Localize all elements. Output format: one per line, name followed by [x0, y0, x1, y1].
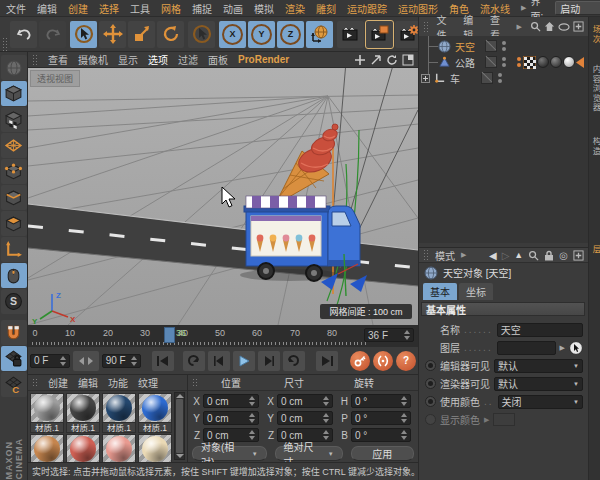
range-nudge-buttons[interactable] — [73, 351, 99, 371]
add-icon[interactable] — [573, 250, 584, 261]
scroll-up-icon[interactable] — [176, 394, 184, 398]
layer-swatch[interactable] — [485, 56, 497, 68]
coordinate-system-button[interactable] — [306, 21, 333, 48]
spinner-icon[interactable] — [130, 356, 137, 366]
tab-coordinates[interactable]: 坐标 — [459, 283, 493, 300]
model-mode-button[interactable] — [1, 81, 27, 106]
menu-edit[interactable]: 编辑 — [37, 1, 57, 16]
magnet-snap-button[interactable] — [1, 320, 27, 345]
previous-frame-button[interactable] — [208, 351, 230, 371]
basic-properties-section[interactable]: 基本属性 — [421, 302, 585, 316]
material-item[interactable]: 材质.1 — [66, 393, 102, 433]
expand-icon[interactable] — [421, 74, 430, 83]
history-back-icon[interactable]: ◀ — [489, 250, 497, 261]
layer-popup-icon[interactable]: ▶ — [560, 344, 565, 352]
visibility-dots[interactable] — [498, 73, 502, 83]
range-start-field[interactable]: 0 F — [30, 354, 70, 368]
material-item[interactable]: 材质.1 — [66, 434, 102, 462]
material-item[interactable]: 材质.1 — [30, 393, 66, 433]
side-tab-takes[interactable]: 场次 — [590, 25, 600, 44]
spinner-icon[interactable] — [403, 330, 410, 340]
redo-button[interactable] — [39, 21, 66, 48]
viewport-name-label[interactable]: 透视视图 — [30, 70, 80, 87]
object-tags[interactable] — [516, 56, 585, 69]
apply-button[interactable]: 应用 — [351, 446, 414, 461]
object-row-road[interactable]: 公路 — [419, 54, 588, 70]
next-frame-button[interactable] — [258, 351, 280, 371]
render-to-picture-viewer-button[interactable] — [366, 21, 393, 48]
eye-icon[interactable] — [558, 22, 570, 32]
use-color-dropdown[interactable]: 关闭▼ — [498, 395, 583, 409]
phong-tag-icon[interactable] — [576, 57, 585, 68]
workplane-c-button[interactable]: C — [1, 372, 27, 397]
position-x-field[interactable]: 0 cm — [203, 394, 259, 408]
undo-button[interactable] — [10, 21, 37, 48]
lock-z-axis-button[interactable]: Z — [277, 21, 304, 48]
polygons-mode-button[interactable] — [1, 211, 27, 236]
timeline-playhead[interactable] — [164, 327, 175, 343]
visibility-dots[interactable] — [502, 57, 506, 67]
add-icon[interactable] — [573, 21, 584, 32]
search-icon[interactable] — [528, 250, 539, 261]
visibility-dots[interactable] — [502, 41, 506, 51]
material-item[interactable]: 材质.1 — [138, 434, 174, 462]
points-mode-button[interactable] — [1, 159, 27, 184]
interface-layout-dropdown[interactable]: 启动▼ — [555, 1, 600, 15]
material-item[interactable]: 材质.1 — [30, 434, 66, 462]
material-item[interactable]: 材质.1 — [138, 393, 174, 433]
rotate-view-icon[interactable] — [386, 54, 398, 66]
texture-mode-button[interactable] — [1, 107, 27, 132]
mat-menu-texture[interactable]: 纹理 — [138, 375, 158, 390]
previous-key-button[interactable] — [183, 351, 205, 371]
menu-animate[interactable]: 动画 — [223, 1, 243, 16]
om-grip[interactable] — [423, 21, 429, 33]
menu-create[interactable]: 创建 — [68, 1, 88, 16]
vp-menu-view[interactable]: 查看 — [48, 52, 68, 67]
snap-s-icon[interactable]: S — [1, 289, 27, 314]
material-item[interactable]: 材质.1 — [102, 393, 138, 433]
menu-mesh[interactable]: 网格 — [161, 1, 181, 16]
menu-simulate[interactable]: 模拟 — [254, 1, 274, 16]
target-icon[interactable]: ◎ — [559, 250, 568, 261]
keying-options-button[interactable]: ? — [396, 351, 416, 371]
axis-mode-button[interactable] — [1, 237, 27, 262]
material-scrollbar[interactable] — [174, 392, 185, 460]
current-frame-field[interactable]: 36 F — [364, 328, 414, 342]
vp-menu-cameras[interactable]: 摄像机 — [78, 52, 108, 67]
rotate-tool[interactable] — [157, 21, 184, 48]
mat-menu-function[interactable]: 功能 — [108, 375, 128, 390]
vp-menu-filter[interactable]: 过滤 — [178, 52, 198, 67]
anim-dot-icon[interactable] — [425, 360, 436, 371]
menu-tools[interactable]: 工具 — [130, 1, 150, 16]
vp-menu-panel[interactable]: 面板 — [208, 52, 228, 67]
toggle-views-icon[interactable] — [402, 54, 414, 66]
parent-up-icon[interactable]: ▲ — [514, 250, 523, 260]
live-selection-tool[interactable] — [70, 21, 97, 48]
anim-dot-icon[interactable] — [425, 396, 436, 407]
menu-sculpt[interactable]: 雕刻 — [316, 1, 336, 16]
layer-swatch[interactable] — [481, 72, 493, 84]
goto-start-button[interactable] — [152, 351, 174, 371]
side-tab-structure[interactable]: 构造 — [590, 137, 600, 156]
rotation-h-field[interactable]: 0 ° — [351, 394, 411, 408]
lock-icon[interactable] — [544, 250, 554, 261]
render-view-button[interactable] — [337, 21, 364, 48]
menu-mograph[interactable]: 运动图形 — [398, 1, 438, 16]
scroll-down-icon[interactable] — [176, 454, 184, 458]
workplane-lock-button[interactable] — [1, 346, 27, 371]
material-tag[interactable] — [550, 56, 562, 68]
coords-mode-dropdown[interactable]: 对象(相对)▼ — [192, 446, 267, 461]
sphere-grid-icon[interactable] — [1, 55, 27, 80]
goto-end-button[interactable] — [316, 351, 338, 371]
anim-dot-icon[interactable] — [425, 378, 436, 389]
mat-menu-create[interactable]: 创建 — [48, 375, 68, 390]
size-mode-dropdown[interactable]: 绝对尺寸▼ — [275, 446, 343, 461]
vp-menu-prorender[interactable]: ProRender — [238, 54, 289, 65]
zoom-view-icon[interactable] — [370, 54, 382, 66]
record-keyframe-button[interactable] — [350, 351, 370, 371]
lock-x-axis-button[interactable]: X — [219, 21, 246, 48]
menu-render[interactable]: 渲染 — [285, 1, 305, 16]
material-tag[interactable] — [537, 56, 549, 68]
play-button[interactable] — [233, 351, 255, 371]
scrollbar-thumb[interactable] — [176, 399, 183, 453]
